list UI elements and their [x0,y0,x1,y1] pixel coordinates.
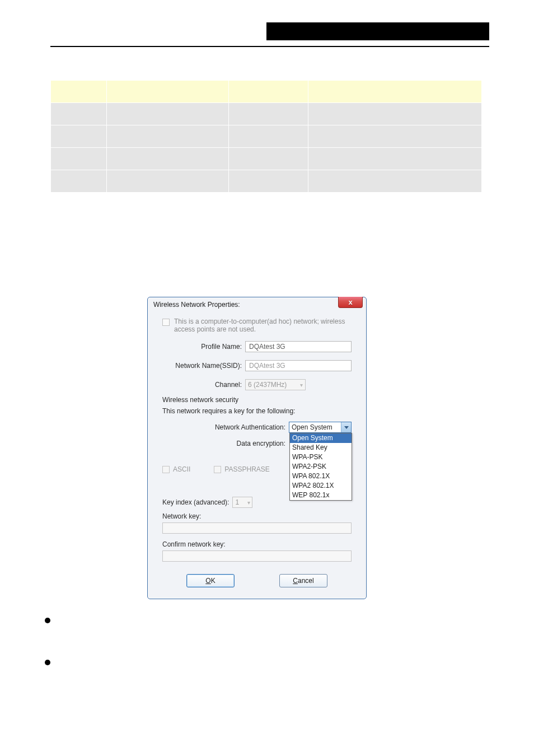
cancel-button[interactable]: Cancel [279,574,327,587]
table-cell [107,170,229,193]
table-cell [308,125,482,148]
channel-select[interactable]: 6 (2437MHz) ▾ [245,379,306,390]
dropdown-option[interactable]: WPA2 802.1X [290,481,352,491]
table-cell [51,103,107,125]
table-cell [51,125,107,148]
network-authentication-value: Open System [292,423,332,431]
bullet-icon [45,660,50,665]
data-encryption-label: Data encryption: [237,440,289,447]
passphrase-label: PASSPHRASE [224,465,269,473]
table-header-cell [308,81,482,103]
network-authentication-label: Network Authentication: [215,423,289,431]
close-icon: x [348,298,352,306]
dropdown-option[interactable]: Open System [290,433,352,443]
networkkey-input[interactable] [162,522,352,534]
table-header-cell [51,81,107,103]
dialog-titlebar: Wireless Network Properties: x [148,297,366,313]
cancel-mnemonic: C [293,577,298,585]
confirm-networkkey-label: Confirm network key: [162,540,352,548]
table-row [51,170,482,193]
profile-name-input[interactable]: DQAtest 3G [245,341,352,352]
network-authentication-select[interactable]: Open System Open System Shared Key WPA-P… [289,422,352,433]
table-cell [229,170,308,193]
table-row [51,148,482,170]
security-heading: Wireless network security [162,396,352,404]
table-header-cell [229,81,308,103]
table-cell [229,148,308,170]
dropdown-option[interactable]: WPA 802.1X [290,472,352,481]
table-row [51,125,482,148]
confirm-networkkey-input[interactable] [162,550,352,562]
networkkey-label: Network key: [162,512,352,520]
table-header-cell [107,81,229,103]
chevron-down-icon: ▾ [300,382,303,388]
ssid-input[interactable]: DQAtest 3G [245,360,352,371]
bullet-icon [45,618,50,623]
header-black-bar [266,22,489,40]
chevron-down-icon: ▾ [247,500,250,506]
passphrase-checkbox[interactable] [214,466,221,473]
table-cell [229,125,308,148]
keyindex-select[interactable]: 1 ▾ [232,497,252,508]
channel-label: Channel: [162,381,245,389]
page-header [50,22,489,47]
adhoc-checkbox[interactable] [162,319,170,326]
table-cell [107,125,229,148]
ok-button[interactable]: OK [186,574,235,587]
table-cell [107,103,229,125]
ssid-label: Network Name(SSID): [162,362,245,370]
wireless-network-properties-dialog: Wireless Network Properties: x This is a… [147,297,367,599]
security-subtext: This network requires a key for the foll… [162,407,352,415]
ok-mnemonic: O [205,577,210,585]
table-cell [229,103,308,125]
table-cell [308,103,482,125]
channel-value: 6 (2437MHz) [248,381,287,389]
dropdown-option[interactable]: WPA-PSK [290,452,352,462]
table-cell [308,170,482,193]
profile-name-label: Profile Name: [162,343,245,351]
network-authentication-dropdown-list: Open System Shared Key WPA-PSK WPA2-PSK … [289,433,352,501]
table-row [51,103,482,125]
dropdown-option[interactable]: WPA2-PSK [290,462,352,472]
table-cell [51,148,107,170]
dialog-title: Wireless Network Properties: [153,301,240,309]
table-header-row [51,81,482,103]
table-cell [51,170,107,193]
ascii-label: ASCII [173,465,190,473]
data-table [50,80,482,193]
adhoc-label: This is a computer-to-computer(ad hoc) n… [174,318,352,333]
keyindex-label: Key index (advanced): [162,498,229,506]
dropdown-option[interactable]: Shared Key [290,443,352,452]
header-underline [50,46,489,47]
chevron-down-icon [341,422,351,432]
close-button[interactable]: x [338,297,363,308]
ascii-checkbox[interactable] [162,466,170,473]
table-cell [308,148,482,170]
table-cell [107,148,229,170]
keyindex-value: 1 [235,498,239,506]
dropdown-option[interactable]: WEP 802.1x [290,491,352,500]
